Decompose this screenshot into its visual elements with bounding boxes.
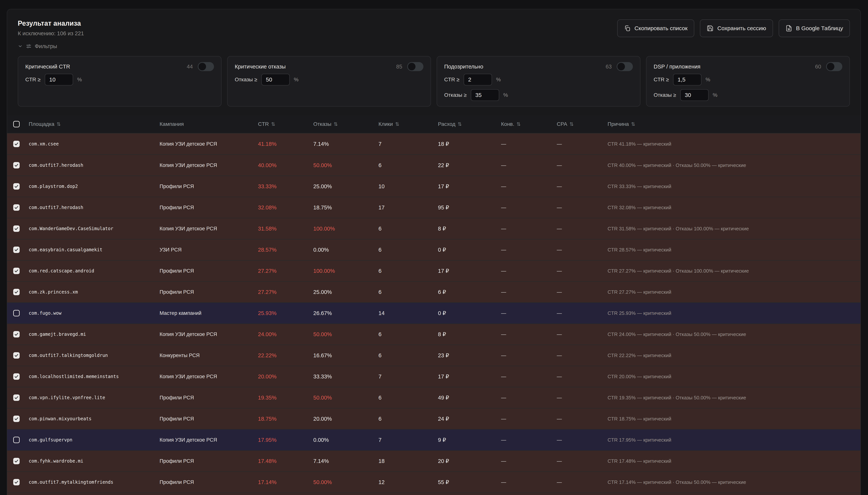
row-checkbox-cell bbox=[7, 310, 29, 317]
row-checkbox[interactable] bbox=[13, 162, 20, 169]
sort-icon[interactable]: ⇅ bbox=[57, 121, 61, 127]
row-checkbox[interactable] bbox=[13, 268, 20, 274]
filter-card-header: DSP / приложения 60 bbox=[654, 62, 842, 71]
row-checkbox-cell bbox=[7, 162, 29, 169]
table-row[interactable]: com.xm.csee Копия УЗИ детское РСЯ 41.18%… bbox=[7, 133, 861, 154]
table-row[interactable]: com.localhostlimited.memeinstants Копия … bbox=[7, 366, 861, 387]
row-checkbox[interactable] bbox=[13, 331, 20, 338]
table-row[interactable]: com.pinwan.mixyourbeats Профили РСЯ 18.7… bbox=[7, 408, 861, 429]
sort-icon[interactable]: ⇅ bbox=[334, 121, 338, 127]
row-checkbox[interactable] bbox=[13, 141, 20, 147]
card-header: Результат анализа К исключению: 106 из 2… bbox=[18, 19, 850, 37]
column-header[interactable]: CTR ⇅ bbox=[258, 121, 313, 127]
table-row[interactable]: com.easybrain.casualgamekit УЗИ РСЯ 28.5… bbox=[7, 239, 861, 260]
spend-cell: 23 ₽ bbox=[438, 352, 501, 359]
table-row[interactable]: com.manage.retail.store Копия УЗИ детско… bbox=[7, 493, 861, 495]
table-row[interactable]: com.WanderGameDev.CaseSimulator Копия УЗ… bbox=[7, 218, 861, 239]
spend-cell: 0 ₽ bbox=[438, 246, 501, 253]
conversions-cell: — bbox=[501, 205, 557, 210]
table-row[interactable]: com.gamejt.bravegd.mi Копия УЗИ детское … bbox=[7, 324, 861, 345]
row-checkbox-cell bbox=[7, 394, 29, 401]
filter-toggle[interactable] bbox=[826, 62, 842, 71]
cpa-cell: — bbox=[557, 141, 608, 147]
export-google-sheet-button[interactable]: В Google Таблицу bbox=[779, 19, 850, 37]
table-row[interactable]: com.red.catscape.android Профили РСЯ 27.… bbox=[7, 260, 861, 281]
campaign-cell: Копия УЗИ детское РСЯ bbox=[160, 226, 258, 232]
sort-icon[interactable]: ⇅ bbox=[517, 121, 521, 127]
row-checkbox[interactable] bbox=[13, 204, 20, 211]
reason-cell: CTR 22.22% — критический bbox=[608, 353, 861, 358]
spend-cell: 95 ₽ bbox=[438, 204, 501, 211]
toggle-knob-icon bbox=[617, 63, 625, 70]
table-row[interactable]: com.outfit7.talkingtomgoldrun Конкуренты… bbox=[7, 345, 861, 366]
threshold-input[interactable] bbox=[471, 89, 499, 101]
sort-icon[interactable]: ⇅ bbox=[271, 121, 275, 127]
threshold-label: CTR ≥ bbox=[25, 76, 40, 83]
row-checkbox[interactable] bbox=[13, 458, 20, 464]
table-row[interactable]: com.fyhk.wardrobe.mi Профили РСЯ 17.48% … bbox=[7, 450, 861, 472]
column-header[interactable]: CPA ⇅ bbox=[557, 121, 608, 127]
threshold-input[interactable] bbox=[680, 89, 709, 101]
conversions-cell: — bbox=[501, 226, 557, 232]
bounce-cell: 7.14% bbox=[313, 458, 378, 464]
row-checkbox[interactable] bbox=[13, 310, 20, 317]
row-checkbox[interactable] bbox=[13, 415, 20, 422]
threshold-input[interactable] bbox=[45, 74, 73, 85]
column-header[interactable]: Кампания bbox=[160, 121, 258, 127]
row-checkbox[interactable] bbox=[13, 352, 20, 359]
table-row[interactable]: com.outfit7.mytalkingtomfriends Профили … bbox=[7, 472, 861, 493]
sort-icon[interactable]: ⇅ bbox=[458, 121, 462, 127]
table-row[interactable]: com.outfit7.herodash Профили РСЯ 32.08% … bbox=[7, 197, 861, 218]
row-checkbox[interactable] bbox=[13, 479, 20, 485]
column-header[interactable]: Причина ⇅ bbox=[608, 121, 861, 127]
select-all-checkbox[interactable] bbox=[13, 121, 20, 127]
filter-toggle[interactable] bbox=[407, 62, 423, 71]
threshold-row: CTR ≥ % bbox=[654, 74, 842, 85]
filter-card-controls: 85 bbox=[396, 62, 423, 71]
checkmark-icon bbox=[14, 395, 19, 400]
table-row[interactable]: com.fugo.wow Мастер кампаний 25.93% 26.6… bbox=[7, 302, 861, 324]
threshold-input[interactable] bbox=[261, 74, 290, 85]
row-checkbox-cell bbox=[7, 225, 29, 232]
save-session-button[interactable]: Сохранить сессию bbox=[700, 19, 773, 37]
percent-suffix: % bbox=[706, 76, 710, 83]
campaign-cell: Мастер кампаний bbox=[160, 310, 258, 316]
column-header[interactable]: Отказы ⇅ bbox=[313, 121, 378, 127]
table-row[interactable]: com.playstrom.dop2 Профили РСЯ 33.33% 25… bbox=[7, 176, 861, 197]
sort-icon[interactable]: ⇅ bbox=[395, 121, 399, 127]
table-row[interactable]: com.zk.princess.xm Профили РСЯ 27.27% 25… bbox=[7, 281, 861, 302]
reason-cell: CTR 18.75% — критический bbox=[608, 416, 861, 422]
filter-toggle[interactable] bbox=[617, 62, 633, 71]
column-header[interactable]: Конв. ⇅ bbox=[501, 121, 557, 127]
sort-icon[interactable]: ⇅ bbox=[631, 121, 635, 127]
sort-icon[interactable]: ⇅ bbox=[570, 121, 574, 127]
threshold-input[interactable] bbox=[464, 74, 492, 85]
spend-cell: 6 ₽ bbox=[438, 289, 501, 295]
threshold-input[interactable] bbox=[673, 74, 701, 85]
bounce-cell: 50.00% bbox=[313, 395, 378, 401]
row-checkbox[interactable] bbox=[13, 437, 20, 443]
column-header[interactable]: Клики ⇅ bbox=[378, 121, 438, 127]
filters-section-toggle[interactable]: Фильтры bbox=[18, 43, 850, 50]
cpa-cell: — bbox=[557, 331, 608, 337]
table-row[interactable]: com.vpn.ifylite.vpnfree.lite Профили РСЯ… bbox=[7, 387, 861, 408]
row-checkbox[interactable] bbox=[13, 394, 20, 401]
table-row[interactable]: com.gulfsupervpn Копия УЗИ детское РСЯ 1… bbox=[7, 429, 861, 450]
column-header[interactable]: Расход ⇅ bbox=[438, 121, 501, 127]
cpa-cell: — bbox=[557, 458, 608, 464]
copy-list-button[interactable]: Скопировать список bbox=[617, 19, 694, 37]
column-header-label: Кампания bbox=[160, 121, 184, 127]
row-checkbox[interactable] bbox=[13, 373, 20, 380]
spend-cell: 49 ₽ bbox=[438, 394, 501, 401]
column-header[interactable]: Площадка ⇅ bbox=[29, 121, 160, 127]
row-checkbox[interactable] bbox=[13, 289, 20, 295]
table-row[interactable]: com.outfit7.herodash Копия УЗИ детское Р… bbox=[7, 154, 861, 176]
reason-cell: CTR 25.93% — критический bbox=[608, 310, 861, 316]
row-checkbox[interactable] bbox=[13, 246, 20, 253]
percent-suffix: % bbox=[713, 92, 718, 98]
filter-toggle[interactable] bbox=[198, 62, 214, 71]
row-checkbox[interactable] bbox=[13, 225, 20, 232]
toggle-knob-icon bbox=[827, 63, 834, 70]
row-checkbox[interactable] bbox=[13, 183, 20, 190]
threshold-row: Отказы ≥ % bbox=[654, 89, 842, 101]
